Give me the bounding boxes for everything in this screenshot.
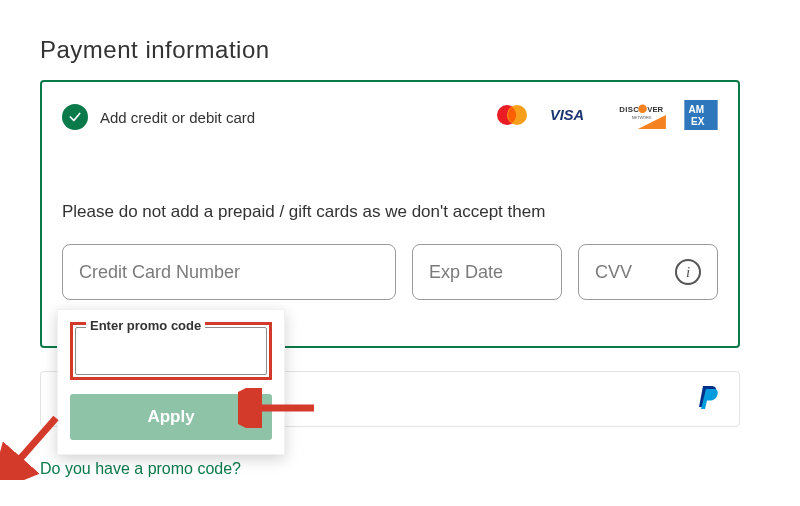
card-fields-row: Credit Card Number Exp Date CVV i xyxy=(62,244,718,300)
apply-button[interactable]: Apply xyxy=(70,394,272,440)
svg-text:VISA: VISA xyxy=(550,107,584,123)
svg-text:AM: AM xyxy=(689,104,705,115)
card-number-input[interactable]: Credit Card Number xyxy=(62,244,396,300)
promo-code-link[interactable]: Do you have a promo code? xyxy=(40,460,241,478)
mastercard-icon xyxy=(492,102,532,132)
prepaid-warning-text: Please do not add a prepaid / gift cards… xyxy=(62,202,718,222)
discover-icon: DISC VER NETWORK xyxy=(616,101,666,133)
info-icon[interactable]: i xyxy=(675,259,701,285)
card-option-radio[interactable]: Add credit or debit card xyxy=(62,104,255,130)
promo-field-wrap: Enter promo code xyxy=(75,327,267,375)
checkmark-icon xyxy=(62,104,88,130)
credit-card-option-panel[interactable]: Add credit or debit card VISA xyxy=(40,80,740,348)
promo-legend: Enter promo code xyxy=(86,318,205,333)
paypal-icon xyxy=(697,383,721,415)
svg-text:VER: VER xyxy=(647,105,663,114)
svg-text:DISC: DISC xyxy=(619,105,639,114)
card-number-placeholder: Credit Card Number xyxy=(79,262,240,283)
expiry-input[interactable]: Exp Date xyxy=(412,244,562,300)
card-brand-logos: VISA DISC VER NETWORK AM EX xyxy=(492,100,718,134)
visa-icon: VISA xyxy=(550,106,598,128)
expiry-placeholder: Exp Date xyxy=(429,262,503,283)
highlight-box: Enter promo code xyxy=(70,322,272,380)
svg-text:EX: EX xyxy=(691,116,705,127)
card-option-header: Add credit or debit card VISA xyxy=(62,100,718,134)
promo-popover: Enter promo code Apply xyxy=(57,309,285,455)
cvv-input[interactable]: CVV i xyxy=(578,244,718,300)
page-title: Payment information xyxy=(40,36,270,64)
amex-icon: AM EX xyxy=(684,100,718,134)
cvv-placeholder: CVV xyxy=(595,262,632,283)
promo-code-input[interactable] xyxy=(76,328,266,374)
svg-point-5 xyxy=(638,105,647,114)
card-option-label: Add credit or debit card xyxy=(100,109,255,126)
svg-text:NETWORK: NETWORK xyxy=(632,115,652,120)
